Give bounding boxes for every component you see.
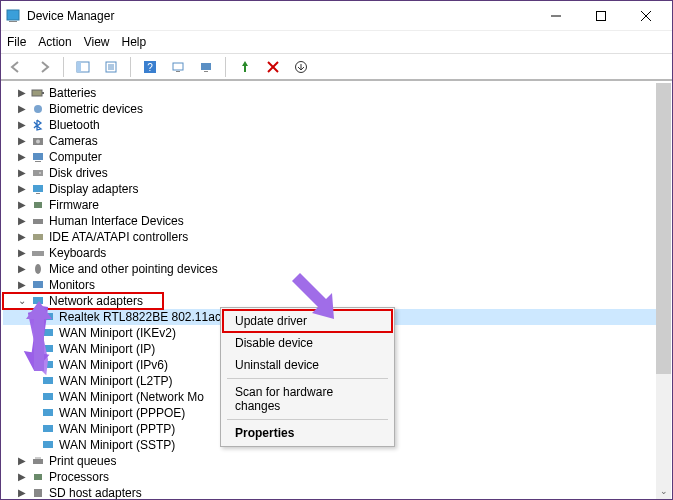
context-update-driver[interactable]: Update driver bbox=[223, 310, 392, 332]
svg-rect-22 bbox=[42, 92, 44, 94]
context-menu: Update driver Disable device Uninstall d… bbox=[220, 307, 395, 447]
disk-icon bbox=[29, 167, 47, 179]
tree-item[interactable]: ▶Cameras bbox=[3, 133, 670, 149]
tree-item[interactable]: ▶Bluetooth bbox=[3, 117, 670, 133]
maximize-button[interactable] bbox=[578, 2, 623, 30]
expand-icon[interactable]: ▶ bbox=[15, 469, 29, 485]
menu-view[interactable]: View bbox=[84, 35, 110, 49]
ide-icon bbox=[29, 231, 47, 243]
tree-item[interactable]: ▶Print queues bbox=[3, 453, 670, 469]
expand-icon[interactable]: ▶ bbox=[15, 133, 29, 149]
svg-rect-7 bbox=[77, 62, 81, 72]
svg-rect-34 bbox=[33, 234, 43, 240]
svg-rect-42 bbox=[43, 345, 53, 352]
hid-icon bbox=[29, 215, 47, 227]
tree-item[interactable]: ▶Disk drives bbox=[3, 165, 670, 181]
tree-item-network-adapters[interactable]: ⌄Network adapters bbox=[3, 293, 163, 309]
tree-item[interactable]: ▶Display adapters bbox=[3, 181, 670, 197]
context-scan[interactable]: Scan for hardware changes bbox=[223, 381, 392, 417]
svg-rect-40 bbox=[43, 313, 53, 320]
properties-button[interactable] bbox=[100, 56, 122, 78]
svg-rect-16 bbox=[201, 63, 211, 70]
uninstall-button[interactable] bbox=[262, 56, 284, 78]
tree-item[interactable]: ▶Batteries bbox=[3, 85, 670, 101]
tree-item[interactable]: ▶IDE ATA/ATAPI controllers bbox=[3, 229, 670, 245]
svg-rect-45 bbox=[43, 393, 53, 400]
tree-item[interactable]: ▶Monitors bbox=[3, 277, 670, 293]
battery-icon bbox=[29, 87, 47, 99]
menu-action[interactable]: Action bbox=[38, 35, 71, 49]
separator bbox=[227, 419, 388, 420]
separator bbox=[63, 57, 64, 77]
svg-rect-32 bbox=[34, 202, 42, 208]
tree-item[interactable]: ▶Processors bbox=[3, 469, 670, 485]
context-uninstall-device[interactable]: Uninstall device bbox=[223, 354, 392, 376]
tree-item[interactable]: ▶Mice and other pointing devices bbox=[3, 261, 670, 277]
expand-icon[interactable]: ▶ bbox=[15, 85, 29, 101]
scrollbar-thumb[interactable] bbox=[656, 83, 671, 374]
expand-icon[interactable]: ▶ bbox=[15, 149, 29, 165]
vertical-scrollbar[interactable]: ⌄ bbox=[656, 83, 671, 499]
chip-icon bbox=[29, 199, 47, 211]
svg-rect-30 bbox=[33, 185, 43, 192]
tree-item[interactable]: ▶SD host adapters bbox=[3, 485, 670, 500]
scan-hardware-button[interactable] bbox=[195, 56, 217, 78]
expand-icon[interactable]: ▶ bbox=[15, 277, 29, 293]
svg-rect-1 bbox=[9, 21, 17, 22]
expand-icon[interactable]: ▶ bbox=[15, 261, 29, 277]
expand-icon[interactable]: ▶ bbox=[15, 245, 29, 261]
collapse-icon[interactable]: ⌄ bbox=[15, 293, 29, 309]
nic-icon bbox=[39, 311, 57, 323]
expand-icon[interactable]: ▶ bbox=[15, 181, 29, 197]
back-button[interactable] bbox=[5, 56, 27, 78]
scan-button[interactable] bbox=[167, 56, 189, 78]
expand-icon[interactable]: ▶ bbox=[15, 485, 29, 500]
camera-icon bbox=[29, 135, 47, 147]
nic-icon bbox=[39, 327, 57, 339]
expand-icon[interactable]: ▶ bbox=[15, 197, 29, 213]
separator bbox=[130, 57, 131, 77]
scroll-down-icon[interactable]: ⌄ bbox=[656, 483, 671, 499]
printer-icon bbox=[29, 455, 47, 467]
display-icon bbox=[29, 183, 47, 195]
menu-file[interactable]: File bbox=[7, 35, 26, 49]
svg-rect-0 bbox=[7, 10, 19, 20]
update-driver-button[interactable] bbox=[290, 56, 312, 78]
context-properties[interactable]: Properties bbox=[223, 422, 392, 444]
app-icon bbox=[5, 8, 21, 24]
tree-item[interactable]: ▶Human Interface Devices bbox=[3, 213, 670, 229]
forward-button[interactable] bbox=[33, 56, 55, 78]
expand-icon[interactable]: ▶ bbox=[15, 453, 29, 469]
enable-button[interactable] bbox=[234, 56, 256, 78]
svg-rect-21 bbox=[32, 90, 42, 96]
show-hide-tree-button[interactable] bbox=[72, 56, 94, 78]
svg-rect-43 bbox=[43, 361, 53, 368]
svg-rect-35 bbox=[32, 251, 44, 256]
expand-icon[interactable]: ▶ bbox=[15, 229, 29, 245]
menu-bar: File Action View Help bbox=[1, 31, 672, 53]
close-button[interactable] bbox=[623, 2, 668, 30]
nic-icon bbox=[39, 407, 57, 419]
mouse-icon bbox=[29, 263, 47, 275]
tree-item[interactable]: ▶Computer bbox=[3, 149, 670, 165]
expand-icon[interactable]: ▶ bbox=[15, 165, 29, 181]
svg-rect-38 bbox=[33, 297, 43, 304]
svg-rect-41 bbox=[43, 329, 53, 336]
tree-item[interactable]: ▶Keyboards bbox=[3, 245, 670, 261]
tree-item[interactable]: ▶Biometric devices bbox=[3, 101, 670, 117]
expand-icon[interactable]: ▶ bbox=[15, 213, 29, 229]
minimize-button[interactable] bbox=[533, 2, 578, 30]
nic-icon bbox=[39, 359, 57, 371]
svg-rect-52 bbox=[34, 489, 42, 497]
context-disable-device[interactable]: Disable device bbox=[223, 332, 392, 354]
svg-rect-3 bbox=[596, 11, 605, 20]
tree-item[interactable]: ▶Firmware bbox=[3, 197, 670, 213]
svg-rect-47 bbox=[43, 425, 53, 432]
nic-icon bbox=[39, 375, 57, 387]
help-button[interactable]: ? bbox=[139, 56, 161, 78]
menu-help[interactable]: Help bbox=[122, 35, 147, 49]
expand-icon[interactable]: ▶ bbox=[15, 117, 29, 133]
svg-rect-17 bbox=[204, 71, 208, 72]
expand-icon[interactable]: ▶ bbox=[15, 101, 29, 117]
svg-rect-39 bbox=[36, 305, 40, 306]
